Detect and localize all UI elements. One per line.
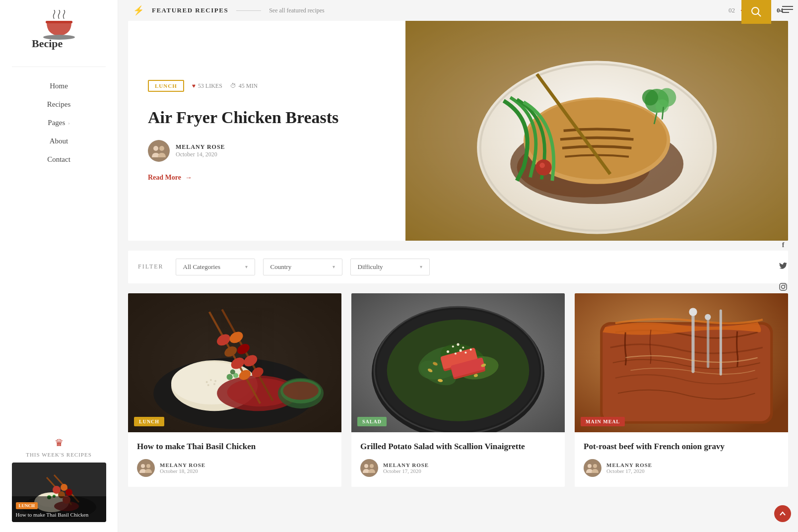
card-food-image-2 [575, 293, 788, 432]
svg-point-70 [146, 464, 150, 468]
page-current: 02 [729, 6, 735, 14]
svg-point-83 [447, 350, 449, 353]
svg-point-84 [455, 352, 457, 354]
svg-point-20 [153, 146, 158, 151]
svg-point-98 [364, 464, 368, 468]
svg-point-112 [782, 285, 785, 289]
svg-point-49 [213, 383, 215, 385]
clock-icon: ⏱ [230, 82, 236, 90]
chevron-up-icon [779, 510, 786, 517]
svg-rect-111 [780, 283, 787, 290]
facebook-icon[interactable]: f [776, 238, 790, 252]
card-image-0: LUNCH [128, 293, 341, 432]
svg-point-33 [539, 163, 545, 168]
svg-point-67 [230, 369, 235, 374]
scroll-top-button[interactable] [774, 505, 791, 522]
svg-point-86 [465, 351, 466, 353]
difficulty-select-label: Difficulty [358, 263, 383, 271]
svg-point-85 [460, 349, 462, 352]
card-image-1: SALAD [351, 293, 565, 432]
nav-contact[interactable]: Contact [0, 150, 118, 169]
filter-label: FILTER [138, 263, 164, 270]
svg-point-65 [227, 374, 233, 380]
card-author-0: MELANY ROSE October 18, 2020 [137, 459, 332, 477]
recipe-card-0: LUNCH How to make Thai Basil Chicken [128, 293, 341, 487]
svg-point-90 [462, 346, 464, 348]
svg-rect-105 [707, 317, 709, 368]
nav-about[interactable]: About [0, 132, 118, 150]
twitter-icon[interactable] [776, 259, 790, 273]
card-tag-0: LUNCH [134, 417, 164, 426]
top-bar: ⚡ FEATURED RECIPES See all featured reci… [118, 0, 798, 21]
svg-point-106 [705, 314, 711, 320]
svg-point-109 [588, 464, 592, 468]
card-title-1: Grilled Potato Salad with Scallion Vinai… [360, 441, 556, 452]
featured-meta: ♥ 53 LIKES ⏱ 45 MIN [192, 82, 258, 90]
author-area: MELANY ROSE October 14, 2020 [148, 140, 386, 162]
svg-point-37 [655, 99, 668, 113]
this-weeks-label: THIS WEEK'S RECIPES [26, 452, 92, 458]
country-select-label: Country [270, 263, 292, 271]
search-icon [751, 6, 762, 17]
hamburger-line-3 [782, 12, 789, 13]
read-more-link[interactable]: Read More → [148, 174, 386, 182]
menu-button[interactable] [780, 4, 795, 15]
svg-point-46 [210, 379, 212, 381]
categories-select[interactable]: All Categories ▾ [176, 259, 255, 275]
difficulty-select[interactable]: Difficulty ▾ [350, 259, 430, 275]
author-date: October 14, 2020 [176, 151, 225, 158]
featured-label: FEATURED RECIPES [152, 6, 228, 14]
svg-point-89 [457, 343, 459, 345]
featured-card: LUNCH ♥ 53 LIKES ⏱ 45 MIN Air Fryer Chic… [128, 21, 788, 241]
author-name: MELANY ROSE [176, 143, 225, 151]
recipe-card-2: MAIN MEAL Pot-roast beef with French oni… [575, 293, 788, 487]
card-author-2: MELANY ROSE October 17, 2020 [584, 459, 779, 477]
featured-image [405, 21, 788, 241]
chevron-down-icon-2: ▾ [332, 264, 335, 269]
nav-recipes[interactable]: Recipes [0, 95, 118, 114]
thumb-title: How to make Thai Basil Chicken [16, 511, 102, 518]
card-title-2: Pot-roast beef with French onion gravy [584, 441, 779, 452]
thumb-tag: LUNCH [16, 502, 38, 509]
card-image-2: MAIN MEAL [575, 293, 788, 432]
featured-title: Air Fryer Chicken Breasts [148, 108, 386, 128]
svg-rect-108 [584, 459, 601, 477]
sidebar-recipe-thumb[interactable]: LUNCH How to make Thai Basil Chicken [12, 463, 106, 522]
hamburger-line-2 [782, 9, 793, 10]
nav-pages[interactable]: Pages › [0, 114, 118, 132]
logo-icon: Becipe [27, 10, 91, 50]
card-tag-1: SALAD [357, 417, 387, 426]
card-body-2: Pot-roast beef with French onion gravy M… [575, 432, 788, 487]
svg-point-47 [214, 380, 216, 382]
recipe-grid: LUNCH How to make Thai Basil Chicken [128, 293, 788, 487]
crown-icon: ♛ [55, 437, 64, 449]
hamburger-line-1 [782, 6, 793, 7]
featured-food-image [405, 21, 788, 241]
cook-time: 45 MIN [239, 82, 258, 90]
sidebar-bottom: ♛ THIS WEEK'S RECIPES [0, 427, 118, 532]
svg-point-64 [283, 382, 319, 400]
svg-point-113 [785, 284, 786, 285]
author-info: MELANY ROSE October 14, 2020 [176, 143, 225, 158]
see-all-link[interactable]: See all featured recipes [269, 7, 325, 14]
svg-point-17 [752, 7, 759, 14]
filter-bar: FILTER All Categories ▾ Country ▾ Diffic… [128, 251, 788, 283]
country-select[interactable]: Country ▾ [263, 259, 342, 275]
svg-point-14 [66, 489, 72, 496]
card-food-image-0 [128, 293, 341, 432]
featured-tag: LUNCH [148, 80, 184, 92]
svg-rect-68 [137, 459, 155, 477]
likes-count: 53 LIKES [198, 82, 222, 90]
card-author-date-0: October 18, 2020 [160, 468, 205, 474]
search-button[interactable] [741, 0, 771, 24]
instagram-icon[interactable] [776, 280, 790, 294]
card-author-name-1: MELANY ROSE [383, 462, 429, 468]
card-author-name-2: MELANY ROSE [606, 462, 652, 468]
time-meta: ⏱ 45 MIN [230, 82, 258, 90]
svg-rect-0 [46, 21, 72, 23]
bolt-icon: ⚡ [133, 5, 144, 16]
chevron-down-icon-3: ▾ [420, 264, 422, 269]
svg-rect-97 [360, 459, 378, 477]
nav-home[interactable]: Home [0, 77, 118, 95]
card-food-image-1 [351, 293, 565, 432]
